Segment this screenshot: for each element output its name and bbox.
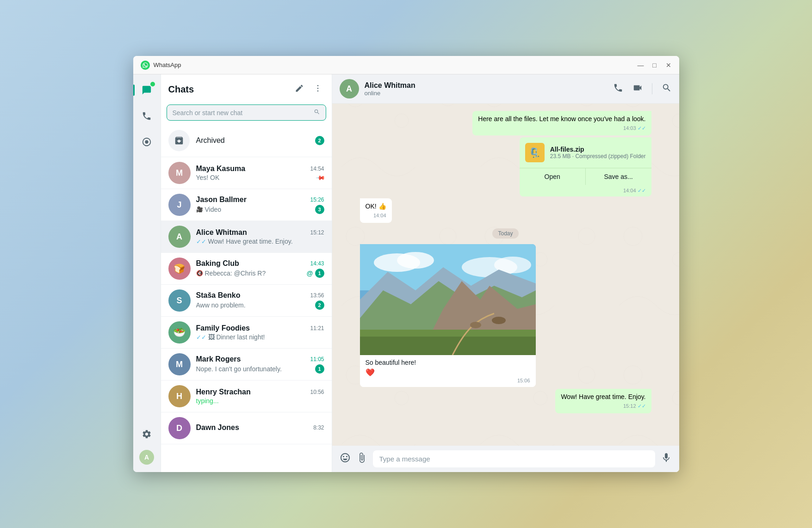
messages-area: Here are all the files. Let me know once… xyxy=(332,104,679,446)
mention-icon-baking: @ xyxy=(307,270,313,277)
more-options-icon[interactable] xyxy=(311,82,324,97)
chat-name-maya: Maya Kasuma xyxy=(196,165,246,173)
chat-item-jason[interactable]: J Jason Ballmer 15:26 🎥 Video 3 xyxy=(161,189,332,221)
nav-calls-icon[interactable] xyxy=(138,108,155,124)
search-input-wrap[interactable] xyxy=(167,104,326,121)
search-input[interactable] xyxy=(173,109,310,117)
message-input[interactable] xyxy=(373,450,655,467)
chat-avatar-alice: A xyxy=(168,226,191,248)
chat-info-mark: Mark Rogers 11:05 Nope. I can't go unfor… xyxy=(196,355,324,374)
chat-avatar-baking: 🍞 xyxy=(168,258,191,280)
chat-name-dawn: Dawn Jones xyxy=(196,424,239,432)
app-window: WhatsApp — □ ✕ xyxy=(133,56,679,472)
chat-item-baking[interactable]: 🍞 Baking Club 14:43 🔇 Rebecca: @Chris R?… xyxy=(161,253,332,285)
file-bubble: 🗜️ All-files.zip 23.5 MB · Compressed (z… xyxy=(520,137,651,196)
svg-marker-15 xyxy=(360,330,536,337)
chat-avatar-stasa: S xyxy=(168,289,191,312)
close-button[interactable]: ✕ xyxy=(665,62,672,68)
chat-preview-alice: ✓✓ Wow! Have great time. Enjoy. xyxy=(196,238,293,245)
nav-status-icon[interactable] xyxy=(138,134,155,150)
nav-chats-icon[interactable] xyxy=(138,82,155,98)
whatsapp-logo-icon xyxy=(141,61,150,70)
chat-info-maya: Maya Kasuma 14:54 Yes! OK 📌 xyxy=(196,165,324,181)
file-content: 🗜️ All-files.zip 23.5 MB · Compressed (z… xyxy=(520,137,651,168)
message-1-time: 14:03 ✓✓ xyxy=(478,125,645,132)
chats-badge xyxy=(149,81,156,87)
chat-header-status: online xyxy=(365,90,607,97)
unread-badge-baking: 1 xyxy=(315,269,324,278)
attach-icon[interactable] xyxy=(356,452,367,466)
message-5-tick: ✓✓ xyxy=(638,403,646,410)
chat-header-avatar[interactable]: A xyxy=(340,79,359,98)
message-1: Here are all the files. Let me know once… xyxy=(472,111,651,135)
chat-item-dawn[interactable]: D Dawn Jones 8:32 xyxy=(161,412,332,444)
chat-info-stasa: Staša Benko 13:56 Aww no problem. 2 xyxy=(196,291,324,310)
message-5: Wow! Have great time. Enjoy. 15:12 ✓✓ xyxy=(555,389,651,413)
voice-call-icon[interactable] xyxy=(613,83,623,95)
chat-item-family[interactable]: 🥗 Family Foodies 11:21 ✓✓ 🖼 Dinner last … xyxy=(161,317,332,349)
chat-avatar-maya: M xyxy=(168,162,191,184)
chat-info-family: Family Foodies 11:21 ✓✓ 🖼 Dinner last ni… xyxy=(196,324,324,341)
chat-name-alice: Alice Whitman xyxy=(196,228,247,237)
chat-item-alice[interactable]: A Alice Whitman 15:12 ✓✓ Wow! Have great… xyxy=(161,221,332,253)
message-3-text: OK! 👍 xyxy=(366,203,386,210)
photo-caption: So beautiful here! xyxy=(366,359,530,366)
chat-name-family: Family Foodies xyxy=(196,324,250,332)
rail-bottom: A xyxy=(138,426,155,465)
new-chat-icon[interactable] xyxy=(293,82,306,97)
chat-time-family: 11:21 xyxy=(310,325,324,332)
archived-row[interactable]: Archived 2 xyxy=(161,124,332,157)
chat-avatar-jason: J xyxy=(168,194,191,216)
maximize-button[interactable]: □ xyxy=(651,62,658,68)
chat-header-info: Alice Whitman online xyxy=(365,81,607,97)
title-bar: WhatsApp — □ ✕ xyxy=(133,56,679,74)
file-name: All-files.zip xyxy=(550,146,646,153)
save-file-button[interactable]: Save as... xyxy=(586,168,651,185)
chat-avatar-family: 🥗 xyxy=(168,321,191,344)
chat-item-stasa[interactable]: S Staša Benko 13:56 Aww no problem. 2 xyxy=(161,285,332,317)
svg-point-16 xyxy=(470,322,481,328)
message-5-time: 15:12 ✓✓ xyxy=(561,403,645,410)
chat-header: A Alice Whitman online xyxy=(332,74,679,104)
svg-point-2 xyxy=(317,85,318,86)
app-title: WhatsApp xyxy=(154,61,181,68)
chat-time-baking: 14:43 xyxy=(310,260,324,267)
header-divider xyxy=(652,83,652,94)
chat-avatar-henry: H xyxy=(168,385,191,407)
chat-preview-family: ✓✓ 🖼 Dinner last night! xyxy=(196,333,265,341)
search-bar xyxy=(161,101,332,124)
date-divider: Today xyxy=(492,228,518,239)
emoji-icon[interactable] xyxy=(340,452,351,466)
title-bar-left: WhatsApp xyxy=(141,61,181,70)
icon-rail: A xyxy=(133,74,161,472)
archive-icon xyxy=(168,130,190,151)
nav-settings-icon[interactable] xyxy=(138,426,155,442)
photo-bubble: So beautiful here! ❤️ 15:06 xyxy=(360,244,536,387)
chat-item-mark[interactable]: M Mark Rogers 11:05 Nope. I can't go unf… xyxy=(161,349,332,381)
video-call-icon[interactable] xyxy=(632,83,643,95)
svg-point-4 xyxy=(317,91,318,92)
archived-label: Archived xyxy=(196,136,309,145)
pin-icon-maya: 📌 xyxy=(316,172,326,183)
chat-header-actions xyxy=(613,83,672,95)
mic-icon[interactable] xyxy=(661,452,672,466)
chat-time-maya: 14:54 xyxy=(310,166,324,172)
chat-time-jason: 15:26 xyxy=(310,196,324,203)
search-icon xyxy=(314,109,320,117)
chat-time-henry: 10:56 xyxy=(310,389,324,395)
minimize-button[interactable]: — xyxy=(638,62,644,68)
user-avatar[interactable]: A xyxy=(139,450,154,465)
photo-time: 15:06 xyxy=(366,378,530,383)
file-info: All-files.zip 23.5 MB · Compressed (zipp… xyxy=(550,146,646,160)
chat-item-henry[interactable]: H Henry Strachan 10:56 typing... xyxy=(161,381,332,412)
chat-avatar-dawn: D xyxy=(168,417,191,439)
chat-name-stasa: Staša Benko xyxy=(196,291,241,300)
svg-point-1 xyxy=(145,140,148,143)
chat-item-maya[interactable]: M Maya Kasuma 14:54 Yes! OK 📌 xyxy=(161,157,332,189)
chat-info-alice: Alice Whitman 15:12 ✓✓ Wow! Have great t… xyxy=(196,228,324,245)
search-messages-icon[interactable] xyxy=(662,83,672,95)
archived-badge: 2 xyxy=(315,136,324,145)
message-1-tick: ✓✓ xyxy=(638,125,646,132)
open-file-button[interactable]: Open xyxy=(520,168,586,185)
svg-point-3 xyxy=(317,88,318,89)
